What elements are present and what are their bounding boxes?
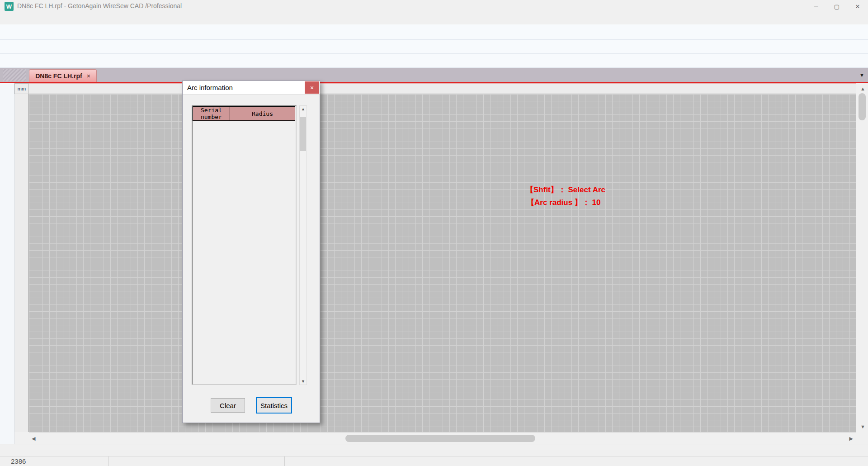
import-arrow-button[interactable] (848, 26, 862, 38)
horizontal-scroll-thumb[interactable] (345, 435, 535, 442)
scroll-up-icon[interactable]: ▲ (860, 86, 865, 91)
wire-pattern-drawing (29, 94, 856, 432)
status-cell-4 (356, 456, 868, 466)
vertical-scroll-thumb[interactable] (859, 93, 866, 120)
dialog-scroll-thumb[interactable] (300, 117, 306, 151)
design-canvas[interactable]: 【Shfit】： Select Arc 【Arc radius 】： 10 (29, 94, 856, 432)
tabbar-grip (3, 69, 26, 81)
dialog-title-bar[interactable]: Arc information (183, 81, 320, 95)
tab-bar: DN8c FC LH.rpf × ▼ (0, 68, 868, 83)
minimize-button[interactable]: ─ (806, 0, 826, 13)
status-stitch-count: 2386 (0, 456, 108, 466)
arc-table-viewport: Serial number Radius (192, 105, 297, 385)
dialog-scrollbar[interactable]: ▲ ▼ (299, 105, 307, 385)
scroll-left-icon[interactable]: ◀ (32, 436, 35, 442)
scroll-down-icon[interactable]: ▼ (860, 424, 865, 429)
dialog-scroll-down-icon[interactable]: ▼ (300, 379, 307, 384)
close-button[interactable]: ✕ (847, 0, 868, 13)
status-cell-3 (285, 456, 356, 466)
status-bar: 2386 (0, 456, 868, 466)
tab-close-icon[interactable]: × (87, 72, 90, 80)
tab-overflow-caret-icon[interactable]: ▼ (859, 72, 864, 78)
horizontal-ruler (29, 83, 856, 94)
column-header-serial: Serial number (193, 107, 230, 121)
title-bar: W DN8c FC LH.rpf - GetonAgain WireSew CA… (0, 0, 868, 13)
hint-arc-radius: 【Arc radius 】： 10 (527, 197, 600, 208)
left-tool-column (0, 83, 14, 444)
menu-bar (0, 13, 868, 24)
arc-information-dialog: Arc information × Serial number Radius ▲… (182, 81, 320, 423)
dialog-title: Arc information (187, 84, 233, 91)
status-cell-2 (108, 456, 285, 466)
color-palette-bar (0, 444, 868, 456)
app-icon: W (5, 2, 14, 11)
toolbar-main (0, 40, 868, 54)
vertical-ruler (14, 94, 29, 432)
toolbar-session (0, 24, 868, 40)
vertical-scrollbar[interactable]: ▲ ▼ (856, 83, 868, 432)
clear-button[interactable]: Clear (211, 398, 245, 413)
window-title: DN8c FC LH.rpf - GetonAgain WireSew CAD … (17, 2, 182, 10)
column-header-radius: Radius (230, 107, 295, 121)
statistics-button[interactable]: Statistics (256, 397, 292, 414)
horizontal-scrollbar[interactable]: ◀ ▶ (29, 432, 856, 444)
document-tab[interactable]: DN8c FC LH.rpf × (29, 69, 97, 82)
dialog-close-button[interactable]: × (305, 81, 319, 94)
ruler-unit-label: mm (14, 83, 29, 94)
toolbar-edit (0, 54, 868, 68)
hint-select-arc: 【Shfit】： Select Arc (526, 185, 605, 195)
arc-table: Serial number Radius (193, 106, 295, 121)
scroll-right-icon[interactable]: ▶ (849, 436, 853, 442)
tab-label: DN8c FC LH.rpf (35, 72, 82, 80)
dialog-scroll-up-icon[interactable]: ▲ (300, 107, 307, 111)
maximize-button[interactable]: ▢ (826, 0, 847, 13)
